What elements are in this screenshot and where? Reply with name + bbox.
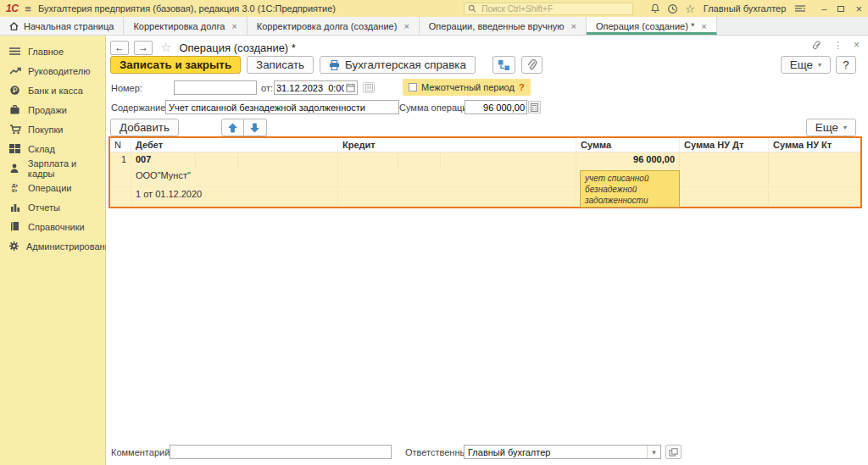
credit-subconto2-cell[interactable] bbox=[338, 187, 576, 206]
directories-icon bbox=[8, 221, 21, 233]
tax-amount-kt-cell[interactable] bbox=[769, 152, 860, 169]
interim-period-checkbox[interactable] bbox=[409, 83, 417, 91]
history-icon[interactable] bbox=[667, 3, 678, 14]
col-header-credit[interactable]: Кредит bbox=[338, 138, 576, 152]
sidebar-item-label: Справочники bbox=[28, 222, 85, 232]
operation-note-cell[interactable]: учет списанной безнадежной задолженности bbox=[580, 170, 680, 208]
ledger-reference-button[interactable]: Бухгалтерская справка bbox=[320, 56, 476, 74]
move-down-button[interactable] bbox=[244, 119, 267, 136]
table-subrow[interactable]: 1 от 01.12.2020 bbox=[110, 187, 860, 206]
tab-close-icon[interactable]: × bbox=[570, 21, 576, 31]
sidebar-item-administration[interactable]: Администрирование bbox=[0, 236, 105, 256]
tab-debt-adjustment[interactable]: Корректировка долга × bbox=[124, 17, 247, 35]
save-button[interactable]: Записать bbox=[247, 56, 314, 74]
tab-operation-new[interactable]: Операция (создание) * × bbox=[587, 17, 717, 35]
more-dots-icon[interactable]: ⋮ bbox=[833, 40, 843, 51]
date-input[interactable] bbox=[275, 83, 346, 93]
tab-manual-operations[interactable]: Операции, введенные вручную × bbox=[420, 17, 587, 35]
form-more-controls: Еще ▾ ? bbox=[781, 56, 856, 74]
debit-subconto2-cell[interactable]: 1 от 01.12.2020 bbox=[131, 187, 338, 206]
tab-close-icon[interactable]: × bbox=[403, 21, 409, 31]
open-responsible-icon[interactable] bbox=[665, 445, 682, 459]
sidebar-item-manager[interactable]: Руководителю bbox=[0, 61, 105, 80]
table-subrow[interactable]: ООО"Мунст" bbox=[110, 169, 860, 187]
forward-button[interactable]: → bbox=[134, 41, 153, 55]
amount-input[interactable] bbox=[465, 102, 526, 113]
move-up-button[interactable] bbox=[221, 119, 244, 136]
tab-close-icon[interactable]: × bbox=[231, 21, 236, 31]
credit-subconto1-cell[interactable] bbox=[338, 169, 576, 187]
add-row-button[interactable]: Добавить bbox=[110, 119, 179, 136]
current-user[interactable]: Главный бухгалтер bbox=[704, 3, 786, 14]
sidebar-item-reports[interactable]: Отчеты bbox=[0, 197, 105, 217]
tab-close-icon[interactable]: × bbox=[701, 21, 706, 31]
sidebar-item-label: Зарплата и кадры bbox=[28, 158, 105, 179]
minimize-icon[interactable]: – bbox=[821, 3, 826, 14]
notifications-bell-icon[interactable] bbox=[650, 3, 660, 14]
structure-of-subordination-button[interactable] bbox=[492, 56, 515, 74]
search-input[interactable] bbox=[480, 3, 629, 14]
debit-account-cell[interactable]: 007 bbox=[131, 152, 338, 169]
col-header-n[interactable]: N bbox=[110, 138, 131, 152]
sidebar-item-operations[interactable]: ДтКт Операции bbox=[0, 178, 105, 197]
content-input[interactable] bbox=[165, 100, 399, 114]
sidebar-item-sales[interactable]: Продажи bbox=[0, 100, 105, 119]
calendar-icon[interactable] bbox=[346, 83, 357, 92]
col-header-debit[interactable]: Дебет bbox=[131, 138, 338, 152]
dropdown-arrow-icon[interactable]: ▾ bbox=[647, 446, 660, 458]
col-header-tax-kt[interactable]: Сумма НУ Кт bbox=[769, 138, 860, 152]
favorites-star-icon[interactable]: ☆ bbox=[685, 3, 695, 15]
close-form-icon[interactable]: × bbox=[854, 39, 860, 51]
get-link-icon[interactable] bbox=[811, 40, 822, 50]
sidebar-item-bank-cash[interactable]: Банк и касса bbox=[0, 80, 105, 100]
sidebar-item-label: Покупки bbox=[28, 125, 63, 135]
tab-home[interactable]: Начальная страница bbox=[0, 17, 124, 35]
debit-subconto1-cell[interactable]: ООО"Мунст" bbox=[131, 169, 338, 187]
tax-amount-dt-cell[interactable] bbox=[680, 152, 769, 169]
more-label: Еще bbox=[790, 58, 813, 71]
amount-field[interactable] bbox=[465, 100, 527, 114]
date-field[interactable] bbox=[274, 80, 358, 95]
credit-account-cell[interactable] bbox=[338, 152, 576, 169]
back-button[interactable]: ← bbox=[110, 41, 129, 55]
col-header-tax-dt[interactable]: Сумма НУ Дт bbox=[680, 138, 769, 152]
main-menu-icon[interactable]: ≡ bbox=[25, 3, 31, 14]
global-search[interactable] bbox=[464, 3, 633, 15]
number-label: Номер: bbox=[111, 83, 142, 93]
1c-logo: 1С bbox=[6, 3, 18, 14]
tab-bar: Начальная страница Корректировка долга ×… bbox=[0, 17, 868, 36]
table-row[interactable]: 1 007 96 000,00 bbox=[110, 152, 860, 169]
responsible-value: Главный бухгалтер bbox=[465, 447, 647, 457]
sidebar-item-label: Продажи bbox=[28, 105, 67, 115]
form-more-button[interactable]: Еще ▾ bbox=[781, 56, 831, 74]
service-menu-icon[interactable] bbox=[794, 3, 806, 14]
open-list-icon[interactable] bbox=[363, 82, 375, 93]
responsible-field[interactable]: Главный бухгалтер ▾ bbox=[464, 445, 661, 459]
favorite-star-icon[interactable]: ☆ bbox=[160, 40, 171, 55]
operations-icon: ДтКт bbox=[8, 182, 21, 194]
row-move-buttons bbox=[221, 119, 267, 136]
interim-period-option[interactable]: Межотчетный период ? bbox=[403, 79, 531, 96]
tab-label: Операции, введенные вручную bbox=[429, 21, 565, 31]
attachments-button[interactable] bbox=[521, 56, 542, 74]
postings-table[interactable]: N Дебет Кредит Сумма Сумма НУ Дт Сумма Н… bbox=[108, 136, 862, 208]
tab-debt-adjustment-new[interactable]: Корректировка долга (создание) × bbox=[248, 17, 420, 35]
number-input[interactable] bbox=[174, 80, 257, 95]
interim-help-link[interactable]: ? bbox=[519, 82, 525, 92]
sidebar-item-directories[interactable]: Справочники bbox=[0, 217, 105, 236]
comment-input[interactable] bbox=[170, 445, 392, 459]
close-window-icon[interactable]: × bbox=[855, 3, 862, 15]
amount-cell[interactable]: 96 000,00 bbox=[576, 152, 680, 169]
sidebar-item-salary-hr[interactable]: Зарплата и кадры bbox=[0, 158, 105, 178]
sidebar-item-purchases[interactable]: Покупки bbox=[0, 119, 105, 139]
form-corner-controls: ⋮ × bbox=[811, 39, 860, 51]
sidebar-item-main[interactable]: Главное bbox=[0, 42, 105, 61]
maximize-icon[interactable] bbox=[837, 6, 844, 12]
calculator-icon[interactable] bbox=[528, 101, 541, 113]
form-title: Операция (создание) * bbox=[179, 42, 295, 54]
save-and-close-button[interactable]: Записать и закрыть bbox=[110, 56, 241, 74]
sidebar-item-warehouse[interactable]: Склад bbox=[0, 139, 105, 158]
help-button[interactable]: ? bbox=[836, 56, 856, 74]
col-header-amount[interactable]: Сумма bbox=[576, 138, 680, 152]
grid-more-button[interactable]: Еще ▾ bbox=[806, 119, 856, 136]
